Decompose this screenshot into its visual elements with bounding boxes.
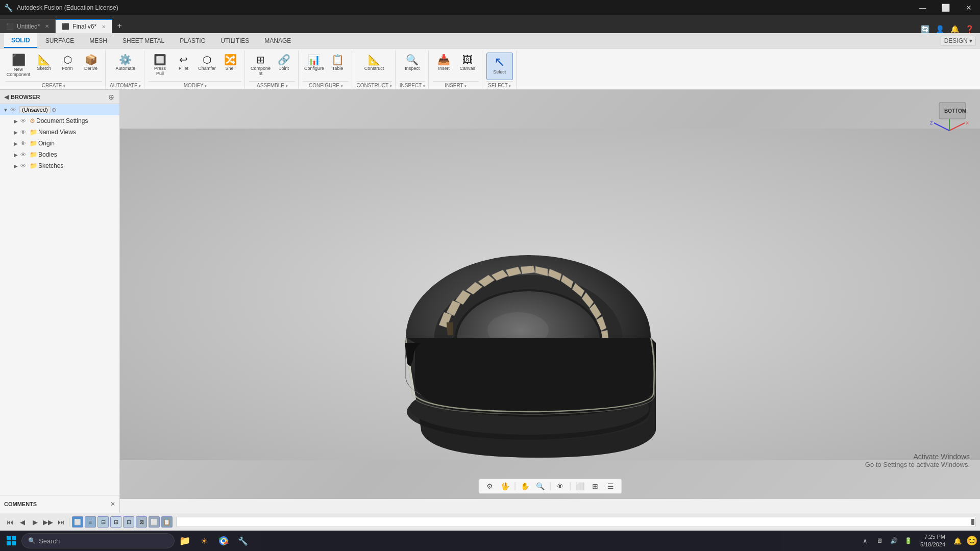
taskbar-weather[interactable]: ☀ — [195, 532, 213, 550]
ribbon-btn-automate[interactable]: ⚙️ Automate — [114, 53, 137, 80]
ribbon-btn-inspect[interactable]: 🔍 Inspect — [401, 53, 424, 80]
ribbon-btn-canvas[interactable]: 🖼 Canvas — [456, 53, 479, 80]
minimize-button[interactable]: — — [911, 0, 934, 15]
maximize-button[interactable]: ⬜ — [934, 0, 957, 15]
viewport-orbit-btn[interactable]: 🖐 — [498, 481, 511, 492]
titlebar-left: 🔧 Autodesk Fusion (Education License) — [0, 4, 118, 12]
viewport-more-btn[interactable]: ☰ — [604, 481, 617, 492]
tree-eye-namedviews[interactable]: 👁 — [20, 129, 29, 135]
workspace-tab-manage[interactable]: MANAGE — [257, 33, 298, 48]
tab-final[interactable]: ⬛ Final v6* ✕ — [56, 19, 112, 33]
viewport-grid-btn[interactable]: ⬜ — [573, 481, 586, 492]
timeline-track[interactable] — [176, 517, 976, 527]
tree-item-docsettings[interactable]: ▶ 👁 ⚙ Document Settings — [0, 115, 119, 127]
tree-item-bodies[interactable]: ▶ 👁 📁 Bodies — [0, 149, 119, 160]
taskbar-explorer[interactable]: 📁 — [176, 532, 194, 550]
close-button[interactable]: ✕ — [957, 0, 980, 15]
tree-item-namedviews[interactable]: ▶ 👁 📁 Named Views — [0, 127, 119, 138]
tree-item-origin[interactable]: ▶ 👁 📁 Origin — [0, 138, 119, 149]
tree-eye-bodies[interactable]: 👁 — [20, 152, 29, 158]
timeline-tool-6[interactable]: ⊠ — [136, 516, 147, 528]
start-button[interactable] — [2, 532, 20, 550]
tree-arrow-docsettings: ▶ — [12, 118, 19, 124]
viewport-display-btn[interactable]: 👁 — [553, 481, 567, 492]
viewport-pan-btn[interactable]: ✋ — [518, 481, 531, 492]
timeline-next-btn[interactable]: ▶▶ — [42, 516, 54, 528]
comments-panel: COMMENTS ✕ — [0, 495, 120, 513]
comments-title: COMMENTS — [4, 501, 108, 507]
tree-arrow-root: ▼ — [2, 107, 9, 113]
taskbar-clock[interactable]: 7:25 PM 5/18/2024 — [916, 533, 949, 549]
ribbon-btn-construct[interactable]: 📐 Construct — [361, 53, 387, 80]
tab-sync-icon[interactable]: 🔄 — [919, 25, 932, 33]
timeline-play-btn[interactable]: ▶ — [30, 516, 41, 528]
tree-eye-origin[interactable]: 👁 — [20, 140, 29, 146]
new-tab-button[interactable]: + — [112, 19, 127, 33]
chamfer-icon: ⬡ — [203, 55, 211, 65]
timeline-tool-5[interactable]: ⊡ — [123, 516, 134, 528]
workspace-tab-sheetmetal[interactable]: SHEET METAL — [115, 33, 172, 48]
view-cube[interactable]: X Y Z BOTTOM — [929, 100, 970, 141]
timeline-prev-btn[interactable]: ◀ — [17, 516, 28, 528]
tab-untitled-close[interactable]: ✕ — [45, 23, 49, 29]
taskbar-account-icon[interactable]: 😊 — [966, 535, 978, 547]
tree-item-sketches[interactable]: ▶ 👁 📁 Sketches — [0, 160, 119, 171]
workspace-tab-mesh[interactable]: MESH — [82, 33, 114, 48]
timeline-end-btn[interactable]: ⏭ — [55, 516, 66, 528]
ribbon-group-construct-label: CONSTRUCT ▾ — [356, 81, 391, 89]
browser-settings-icon[interactable]: ⊕ — [107, 92, 115, 102]
insert-icon: 📥 — [437, 55, 450, 65]
timeline-tool-8[interactable]: 📋 — [161, 516, 173, 528]
tab-untitled[interactable]: ⬛ Untitled* ✕ — [0, 19, 56, 33]
titlebar-controls: — ⬜ ✕ — [911, 0, 980, 15]
ribbon-btn-component[interactable]: ⊞ Component — [249, 53, 272, 80]
tab-person-icon[interactable]: 👤 — [934, 25, 946, 33]
ribbon-btn-table[interactable]: 📋 Table — [326, 53, 349, 80]
taskbar-notification-icon[interactable]: 🔔 — [951, 535, 964, 547]
ribbon-btn-derive[interactable]: 📦 Derive — [80, 53, 102, 80]
workspace-tab-plastic[interactable]: PLASTIC — [173, 33, 212, 48]
tab-help-icon[interactable]: ❓ — [963, 25, 976, 33]
timeline-tool-3[interactable]: ⊟ — [97, 516, 109, 528]
ribbon-btn-select[interactable]: ↖ Select — [486, 53, 513, 80]
browser-collapse-icon[interactable]: ◀ — [4, 93, 9, 101]
timeline-start-btn[interactable]: ⏮ — [4, 516, 15, 528]
ribbon-btn-joint[interactable]: 🔗 Joint — [273, 53, 295, 80]
tree-eye-docsettings[interactable]: 👁 — [20, 118, 29, 124]
viewport-settings-btn[interactable]: ⚙ — [483, 481, 496, 492]
tab-final-close[interactable]: ✕ — [102, 24, 106, 30]
taskbar-expand-icon[interactable]: ∧ — [859, 535, 871, 547]
timeline-tool-2[interactable]: ≡ — [85, 516, 96, 528]
viewport-view-btn[interactable]: ⊞ — [589, 481, 602, 492]
tree-item-root[interactable]: ▼ 👁 (Unsaved) ⊕ — [0, 104, 119, 115]
ribbon-btn-chamfer[interactable]: ⬡ Chamfer — [195, 53, 218, 80]
workspace-tab-utilities[interactable]: UTILITIES — [213, 33, 256, 48]
taskbar-network-icon[interactable]: 🖥 — [873, 535, 886, 547]
ribbon-btn-configure[interactable]: 📊 Configure — [303, 53, 325, 80]
tree-eye-sketches[interactable]: 👁 — [20, 163, 29, 169]
tab-bell-icon[interactable]: 🔔 — [948, 25, 961, 33]
ribbon-btn-new-component[interactable]: ⬛ New Component — [5, 53, 32, 80]
viewport[interactable]: X Y Z BOTTOM ⚙ 🖐 ✋ 🔍 👁 ⬜ ⊞ ☰ Act — [120, 90, 980, 499]
workspace-tab-solid[interactable]: SOLID — [4, 33, 37, 48]
taskbar-battery-icon[interactable]: 🔋 — [902, 535, 914, 547]
ribbon-btn-sketch[interactable]: 📐 Sketch — [33, 53, 55, 80]
ribbon-group-automate-label: AUTOMATE ▾ — [110, 81, 141, 89]
comments-close-icon[interactable]: ✕ — [110, 500, 115, 508]
taskbar-fusion[interactable]: 🔧 — [234, 532, 252, 550]
tree-eye-root[interactable]: 👁 — [10, 107, 18, 113]
ribbon-btn-press-pull[interactable]: 🔲 Press Pull — [149, 53, 171, 80]
ribbon-btn-shell[interactable]: 🔀 Shell — [219, 53, 241, 80]
ribbon-btn-form[interactable]: ⬡ Form — [56, 53, 79, 80]
taskbar-search[interactable]: 🔍 Search — [21, 533, 175, 548]
timeline-tool-4[interactable]: ⊞ — [110, 516, 121, 528]
workspace-tab-surface[interactable]: SURFACE — [38, 33, 82, 48]
timeline-tool-7[interactable]: ⬜ — [149, 516, 160, 528]
taskbar-chrome[interactable] — [214, 532, 233, 550]
design-dropdown[interactable]: DESIGN ▾ — [941, 36, 976, 46]
taskbar-volume-icon[interactable]: 🔊 — [888, 535, 900, 547]
timeline-tool-1[interactable]: ⬜ — [72, 516, 83, 528]
viewport-zoom-btn[interactable]: 🔍 — [533, 481, 547, 492]
ribbon-btn-fillet[interactable]: ↩ Fillet — [172, 53, 194, 80]
ribbon-btn-insert[interactable]: 📥 Insert — [433, 53, 455, 80]
